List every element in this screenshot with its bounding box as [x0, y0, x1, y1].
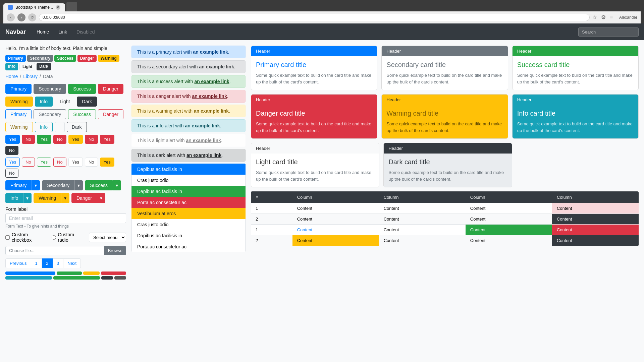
btn-outline-secondary[interactable]: Secondary [34, 109, 66, 119]
email-input[interactable] [5, 213, 126, 223]
back-button[interactable]: ‹ [7, 13, 15, 21]
alert-warning: This is a warning alert with an example … [131, 105, 246, 117]
alert-dark-link[interactable]: an example link [186, 153, 221, 158]
btn-solid-dark[interactable]: Dark [77, 97, 97, 107]
list-item-8[interactable]: Porta ac consectetur ac [131, 241, 246, 252]
alert-danger: This is a danger alert with an example l… [131, 90, 246, 103]
list-item-7[interactable]: Dapibus ac facilisis in [131, 230, 246, 241]
list-item-4[interactable]: Porta ac consectetur ac [131, 197, 246, 208]
dropdown-primary-main[interactable]: Primary [5, 180, 32, 190]
btn-outline-light[interactable] [55, 122, 65, 132]
btn-outline-warning[interactable]: Warning [5, 122, 33, 132]
card-danger-title: Danger card title [256, 110, 372, 117]
select-menu[interactable]: Select menu Option 1 Option 2 [89, 233, 126, 242]
dropdown-info-caret[interactable]: ▾ [23, 193, 32, 203]
card-secondary-text: Some quick example text to build on the … [386, 72, 503, 85]
alert-light-link[interactable]: an example link [186, 138, 221, 143]
btn-solid-success[interactable]: Success [68, 84, 96, 94]
nav-link-home[interactable]: Home [33, 26, 53, 37]
btn-solid-light[interactable]: Light [55, 97, 75, 107]
dropdown-info-main[interactable]: Info [5, 193, 23, 203]
btn-solid-danger[interactable]: Danger [98, 84, 123, 94]
btn-outline-dark[interactable]: Dark [67, 122, 87, 132]
cell-row1-4: Content [552, 203, 639, 214]
breadcrumb-home[interactable]: Home [5, 74, 18, 79]
alert-success-link[interactable]: an example link [194, 79, 229, 84]
dropdown-success-main[interactable]: Success [85, 180, 113, 190]
checkbox-label[interactable]: Custom checkbox [5, 232, 46, 243]
navbar-brand[interactable]: Navbar [5, 28, 26, 36]
btn-no-2[interactable]: No [53, 135, 66, 144]
card-warning-title: Warning card title [386, 110, 503, 117]
dropdown-danger-main[interactable]: Danger [71, 193, 97, 203]
tab-title: Bootstrap 4 Theme... [15, 5, 53, 10]
btn-no-3[interactable]: No [85, 135, 98, 144]
nav-link-link[interactable]: Link [54, 26, 71, 37]
address-bar[interactable]: 0.0.0.0:8080 [39, 14, 590, 21]
btn-yes-outline-1[interactable]: Yes [5, 158, 20, 167]
btn-no-1[interactable]: No [22, 135, 35, 144]
btn-yes-outline-3[interactable]: Yes [68, 158, 83, 167]
page-1[interactable]: 1 [31, 258, 42, 268]
page-2-active[interactable]: 2 [42, 258, 53, 268]
radio-label[interactable]: Custom radio [52, 232, 84, 243]
alert-dark: This is a dark alert with an example lin… [131, 149, 246, 162]
toolbar-icons: ☆ ⚙ ≡ [592, 14, 616, 21]
btn-no-outline-1[interactable]: No [22, 158, 35, 167]
breadcrumb-library[interactable]: Library [23, 74, 38, 79]
extensions-icon[interactable]: ⚙ [601, 14, 608, 21]
dropdown-success-caret[interactable]: ▾ [113, 180, 121, 190]
alert-info-link[interactable]: an example link [185, 123, 220, 128]
btn-outline-success[interactable]: Success [68, 109, 96, 119]
alert-danger-link[interactable]: an example link [192, 94, 227, 99]
btn-yes-1[interactable]: Yes [5, 135, 20, 144]
btn-no-outline-2[interactable]: No [53, 158, 66, 167]
list-item-3[interactable]: Dapibus ac facilisis in [131, 186, 246, 197]
btn-no-outline-3[interactable]: No [85, 158, 98, 167]
card-dark-title: Dark card title [388, 158, 507, 166]
custom-checkbox[interactable] [5, 235, 10, 240]
reload-button[interactable]: ↺ [28, 13, 36, 21]
page-previous[interactable]: Previous [5, 258, 31, 268]
dropdown-warning-main[interactable]: Warning [34, 193, 61, 203]
btn-solid-info[interactable]: Info [35, 97, 53, 107]
bookmark-icon[interactable]: ☆ [592, 14, 599, 21]
btn-yes-3[interactable]: Yes [68, 135, 83, 144]
dropdown-secondary-main[interactable]: Secondary [42, 180, 74, 190]
list-item-6[interactable]: Cras justo odio [131, 219, 246, 230]
btn-outline-primary[interactable]: Primary [5, 109, 32, 119]
btn-outline-danger[interactable]: Danger [98, 109, 123, 119]
btn-no-4[interactable]: No [5, 146, 18, 155]
active-tab[interactable]: Bootstrap 4 Theme... ✕ [3, 3, 65, 11]
btn-no-outline-4[interactable]: No [5, 169, 18, 178]
forward-button[interactable]: › [17, 13, 25, 21]
btn-yes-outline-4[interactable]: Yes [100, 158, 114, 167]
search-input[interactable] [578, 27, 639, 37]
list-item-2[interactable]: Cras justo odio [131, 175, 246, 186]
list-item-5[interactable]: Vestibulum at eros [131, 208, 246, 219]
dropdown-danger-caret[interactable]: ▾ [97, 193, 105, 203]
list-item-1[interactable]: Dapibus ac facilisis in [131, 164, 246, 175]
btn-solid-warning[interactable]: Warning [5, 97, 33, 107]
custom-radio[interactable] [52, 235, 56, 240]
btn-yes-outline-2[interactable]: Yes [37, 158, 51, 167]
progress-teal [5, 276, 52, 280]
table: # Column Column Column Column 1 Content … [251, 191, 639, 246]
menu-icon[interactable]: ≡ [610, 14, 616, 21]
dropdown-warning-caret[interactable]: ▾ [61, 193, 69, 203]
file-browse-button[interactable]: Browse [104, 246, 126, 255]
alert-warning-link[interactable]: an example link [194, 108, 229, 114]
dropdown-secondary-caret[interactable]: ▾ [74, 180, 83, 190]
close-tab-button[interactable]: ✕ [56, 5, 60, 10]
btn-solid-secondary[interactable]: Secondary [34, 84, 66, 94]
alert-primary-link[interactable]: an example link [193, 49, 228, 55]
btn-yes-4[interactable]: Yes [100, 135, 114, 144]
btn-outline-info[interactable]: Info [35, 122, 53, 132]
file-input-text: Choose file... [5, 246, 104, 255]
alert-secondary-link[interactable]: an example link [199, 64, 234, 69]
page-next[interactable]: Next [63, 258, 81, 268]
page-3[interactable]: 3 [53, 258, 63, 268]
dropdown-primary-caret[interactable]: ▾ [32, 180, 40, 190]
btn-yes-2[interactable]: Yes [37, 135, 51, 144]
btn-solid-primary[interactable]: Primary [5, 84, 32, 94]
